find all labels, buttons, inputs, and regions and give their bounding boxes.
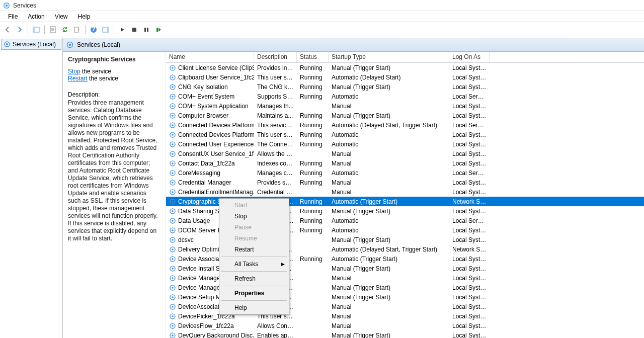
cell-startup: Automatic (Delayed Start): [329, 73, 449, 81]
service-gear-icon: [169, 294, 176, 301]
cell-name: CredentialEnrollmentManag...: [178, 189, 254, 196]
tree-services-local[interactable]: Services (Local): [1, 39, 61, 50]
cell-logon: Local System: [449, 322, 490, 330]
cell-status: Running: [297, 255, 329, 263]
cell-status: Running: [297, 131, 329, 139]
cell-startup: Manual (Trigger Start): [329, 331, 449, 339]
service-gear-icon: [169, 103, 176, 110]
svg-point-1: [6, 4, 8, 6]
table-row[interactable]: Connected User Experiences ...The Connec…: [166, 139, 644, 149]
table-row[interactable]: Clipboard User Service_1fc22aThis user s…: [166, 72, 644, 82]
col-startup-type[interactable]: Startup Type: [329, 52, 449, 62]
stop-link[interactable]: Stop: [68, 68, 80, 75]
refresh-icon[interactable]: [59, 24, 70, 35]
cell-startup: Manual (Trigger Start): [329, 265, 449, 273]
cell-startup: Manual (Trigger Start): [329, 207, 449, 215]
table-row[interactable]: CoreMessagingManages co...RunningAutomat…: [166, 168, 644, 178]
toolbar-separator: [44, 25, 45, 34]
cell-description: Supports Sy...: [254, 93, 297, 101]
menu-file[interactable]: File: [3, 12, 23, 21]
cell-status: Running: [297, 93, 329, 101]
cell-logon: Local System: [449, 293, 490, 301]
cell-description: This service i...: [254, 121, 297, 129]
ctx-refresh[interactable]: Refresh: [220, 273, 288, 284]
cell-name: ConsentUX User Service_1fc...: [178, 150, 254, 157]
table-row[interactable]: Client License Service (ClipSV...Provide…: [166, 63, 644, 72]
cell-logon: Local System: [449, 150, 490, 158]
service-gear-icon: [169, 122, 176, 129]
svg-point-64: [172, 268, 174, 270]
cell-startup: Automatic (Trigger Start): [329, 255, 449, 263]
service-gear-icon: [169, 284, 176, 291]
service-gear-icon: [169, 83, 176, 91]
col-name[interactable]: Name: [166, 52, 254, 62]
table-row[interactable]: Computer BrowserMaintains a...RunningMan…: [166, 111, 644, 120]
help-icon[interactable]: ?: [88, 24, 99, 35]
table-row[interactable]: DevQuery Background Disc...Enables app..…: [166, 330, 644, 338]
cell-logon: Local System: [449, 226, 490, 234]
menu-action[interactable]: Action: [23, 12, 49, 21]
cell-logon: Network Se...: [449, 245, 490, 254]
table-row[interactable]: Connected Devices Platform ...This servi…: [166, 120, 644, 130]
cell-name: Connected Devices Platform ...: [178, 131, 254, 138]
svg-rect-4: [50, 27, 55, 33]
restart-link[interactable]: Restart: [68, 75, 88, 82]
stop-service-icon[interactable]: [129, 24, 140, 35]
start-service-icon[interactable]: [117, 24, 128, 35]
list-header: Name Description Status Startup Type Log…: [166, 52, 644, 63]
ctx-stop[interactable]: Stop: [220, 211, 288, 222]
col-status[interactable]: Status: [297, 52, 329, 62]
restart-service-icon[interactable]: [153, 24, 164, 35]
menu-view[interactable]: View: [50, 12, 73, 21]
description-text: Provides three management services: Cata…: [68, 99, 160, 242]
context-menu: Start Stop Pause Resume Restart All Task…: [219, 198, 289, 315]
ctx-restart[interactable]: Restart: [220, 244, 288, 255]
table-row[interactable]: CNG Key IsolationThe CNG ke...RunningMan…: [166, 82, 644, 92]
table-row[interactable]: CredentialEnrollmentManag...Credential E…: [166, 187, 644, 197]
cell-startup: Automatic: [329, 226, 449, 234]
svg-rect-15: [147, 28, 148, 32]
svg-point-58: [172, 239, 174, 241]
menu-help[interactable]: Help: [73, 12, 96, 21]
stop-suffix: the service: [80, 68, 111, 75]
pause-service-icon[interactable]: [141, 24, 152, 35]
ctx-properties[interactable]: Properties: [220, 288, 288, 299]
show-hide-action-pane-icon[interactable]: [100, 24, 111, 35]
col-description[interactable]: Description: [254, 52, 297, 62]
ctx-help[interactable]: Help: [220, 302, 288, 313]
service-gear-icon: [169, 256, 176, 263]
cell-logon: Local System: [449, 312, 490, 320]
cell-logon: Local System: [449, 140, 490, 148]
back-icon[interactable]: [2, 24, 13, 35]
cell-status: Running: [297, 112, 329, 120]
forward-icon[interactable]: [14, 24, 25, 35]
content-body: Cryptographic Services Stop the service …: [63, 52, 644, 338]
ctx-all-tasks[interactable]: All Tasks▶: [220, 259, 288, 270]
cell-logon: Local System: [449, 207, 490, 215]
export-list-icon[interactable]: [71, 24, 83, 35]
detail-pane: Cryptographic Services Stop the service …: [63, 52, 166, 338]
cell-status: [297, 106, 329, 107]
table-row[interactable]: Connected Devices Platform ...This user …: [166, 130, 644, 139]
svg-point-50: [172, 201, 174, 203]
table-row[interactable]: ConsentUX User Service_1fc...Allows the …: [166, 149, 644, 158]
table-row[interactable]: COM+ Event SystemSupports Sy...RunningAu…: [166, 92, 644, 101]
content-header-title: Services (Local): [77, 41, 120, 48]
table-row[interactable]: COM+ System ApplicationManages th...Manu…: [166, 101, 644, 111]
table-row[interactable]: DevicesFlow_1fc22aAllows Conn...ManualLo…: [166, 321, 644, 330]
cell-logon: Network Se...: [449, 198, 490, 206]
table-row[interactable]: Credential ManagerProvides sec...Running…: [166, 178, 644, 187]
svg-text:?: ?: [92, 26, 95, 33]
cell-startup: Manual: [329, 322, 449, 330]
cell-name: Connected User Experiences ...: [178, 141, 254, 148]
svg-point-52: [172, 210, 174, 212]
service-gear-icon: [169, 227, 176, 234]
col-log-on-as[interactable]: Log On As: [449, 52, 490, 62]
table-row[interactable]: Contact Data_1fc22aIndexes cont...Runnin…: [166, 158, 644, 168]
show-hide-tree-icon[interactable]: [31, 24, 42, 35]
cell-status: [297, 325, 329, 326]
properties-icon[interactable]: [47, 24, 58, 35]
cell-status: Running: [297, 64, 329, 72]
cell-logon: Local Service: [449, 217, 490, 225]
service-list: Name Description Status Startup Type Log…: [166, 52, 644, 338]
